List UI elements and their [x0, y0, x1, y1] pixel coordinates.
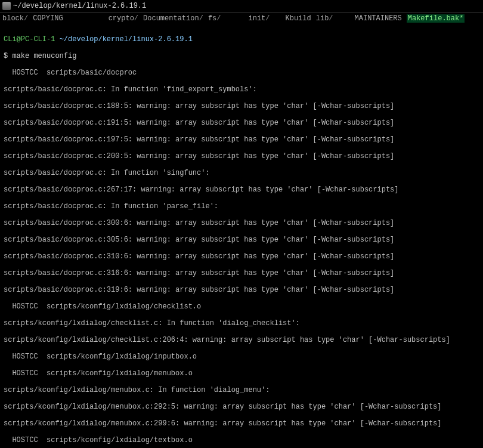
window-titlebar: ~/develop/kernel/linux-2.6.19.1	[0, 0, 483, 13]
prompt-line: CLi@PC-CLI-1 ~/develop/kernel/linux-2.6.…	[4, 35, 479, 44]
output-line: scripts/basic/docproc.c:319:6: warning: …	[4, 286, 479, 294]
prompt-user: CLi@PC-CLI-1	[4, 35, 60, 44]
output-line: scripts/kconfig/lxdialog/checklist.c: In…	[4, 319, 479, 327]
window-title: ~/develop/kernel/linux-2.6.19.1	[13, 2, 146, 10]
output-line: scripts/basic/docproc.c:188:5: warning: …	[4, 102, 479, 110]
output-line: scripts/basic/docproc.c: In function 'fi…	[4, 85, 479, 94]
command-line: $ make menuconfig	[4, 52, 479, 60]
output-line: scripts/basic/docproc.c: In function 'si…	[4, 169, 479, 177]
tab-fs[interactable]: fs	[208, 14, 216, 23]
output-line: HOSTCC scripts/kconfig/lxdialog/menubox.…	[4, 369, 479, 378]
app-icon	[2, 2, 11, 10]
tab-documentation[interactable]: Documentation	[143, 14, 199, 23]
tab-block[interactable]: block	[2, 14, 24, 23]
tab-maintainers[interactable]: MAINTAINERS	[355, 14, 402, 23]
tab-init[interactable]: init	[249, 14, 266, 23]
output-line: scripts/basic/docproc.c:197:5: warning: …	[4, 135, 479, 144]
output-line: scripts/basic/docproc.c: In function 'pa…	[4, 202, 479, 211]
output-line: scripts/basic/docproc.c:316:6: warning: …	[4, 269, 479, 277]
terminal-output[interactable]: CLi@PC-CLI-1 ~/develop/kernel/linux-2.6.…	[0, 24, 483, 448]
tab-crypto[interactable]: crypto	[109, 14, 134, 23]
output-line: scripts/basic/docproc.c:300:6: warning: …	[4, 219, 479, 227]
output-line: scripts/kconfig/lxdialog/checklist.c:206…	[4, 336, 479, 344]
tab-copying[interactable]: COPYING	[33, 14, 63, 23]
output-line: HOSTCC scripts/kconfig/lxdialog/checklis…	[4, 302, 479, 311]
file-tabs: block/ COPYING crypto/ Documentation/ fs…	[0, 13, 483, 24]
output-line: scripts/kconfig/lxdialog/menubox.c: In f…	[4, 386, 479, 394]
tab-kbuild[interactable]: Kbuild	[286, 14, 311, 23]
output-line: scripts/kconfig/lxdialog/menubox.c:299:6…	[4, 419, 479, 428]
command-text: make menuconfig	[12, 52, 76, 60]
output-line: HOSTCC scripts/kconfig/lxdialog/inputbox…	[4, 353, 479, 361]
prompt-dollar: $	[4, 52, 12, 60]
tab-lib[interactable]: lib	[316, 14, 329, 23]
output-line: scripts/basic/docproc.c:191:5: warning: …	[4, 119, 479, 127]
prompt-path: ~/develop/kernel/linux-2.6.19.1	[60, 35, 193, 44]
tab-makefile-bak[interactable]: Makefile.bak*	[407, 14, 465, 23]
output-line: HOSTCC scripts/kconfig/lxdialog/textbox.…	[4, 436, 479, 444]
output-line: HOSTCC scripts/basic/docproc	[4, 69, 479, 77]
output-line: scripts/basic/docproc.c:267:17: warning:…	[4, 186, 479, 194]
output-line: scripts/basic/docproc.c:305:6: warning: …	[4, 236, 479, 244]
output-line: scripts/basic/docproc.c:200:5: warning: …	[4, 152, 479, 160]
output-line: scripts/kconfig/lxdialog/menubox.c:292:5…	[4, 403, 479, 411]
output-line: scripts/basic/docproc.c:310:6: warning: …	[4, 252, 479, 261]
